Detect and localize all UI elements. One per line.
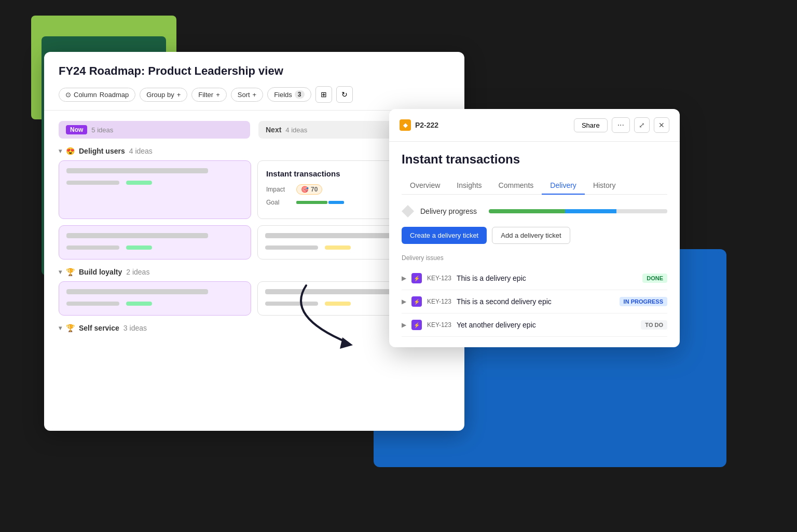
detail-tabs: Overview Insights Comments Delivery Hist… <box>402 177 667 195</box>
detail-content: Instant transactions Overview Insights C… <box>389 142 680 347</box>
detail-panel: ◆ P2-222 Share ··· ⤢ ✕ Instant transacti… <box>389 109 680 347</box>
group-count-self: 3 ideas <box>123 324 147 332</box>
tab-insights[interactable]: Insights <box>448 177 490 195</box>
detail-id-text: P2-222 <box>415 121 438 129</box>
group-emoji-self: 🏆 <box>66 324 75 332</box>
expand-button[interactable]: ⤢ <box>634 117 650 133</box>
action-buttons: Create a delivery ticket Add a delivery … <box>402 227 667 244</box>
card-line-short-r2 <box>265 245 318 250</box>
now-badge: Now <box>66 125 87 134</box>
column-icon: ⊙ <box>65 91 71 99</box>
loyalty-card-line-r <box>265 289 407 294</box>
next-count: 4 ideas <box>285 126 307 134</box>
delivery-issue-3[interactable]: ▶ ⚡ KEY-123 Yet another delivery epic TO… <box>402 313 667 337</box>
card-line <box>66 168 208 173</box>
issue-status-3: TO DO <box>641 320 667 330</box>
impact-label: Impact <box>266 186 292 193</box>
chevron-down-icon-loyalty: ▾ <box>59 268 62 276</box>
issue-chevron-3: ▶ <box>402 321 406 329</box>
loyalty-card-short <box>66 302 119 306</box>
detail-header-actions: Share ··· ⤢ ✕ <box>574 117 669 133</box>
loyalty-card-short-r <box>265 302 318 306</box>
card-line-2 <box>66 233 208 238</box>
card-line-short-2 <box>66 245 119 250</box>
chevron-down-icon-self: ▾ <box>59 324 62 332</box>
issue-status-1: DONE <box>642 274 667 283</box>
tab-delivery[interactable]: Delivery <box>542 177 585 195</box>
dp-bar-green <box>489 209 565 213</box>
issue-icon-1: ⚡ <box>411 273 422 283</box>
group-count-loyalty: 2 ideas <box>126 268 149 276</box>
delivery-issues-label: Delivery issues <box>402 254 667 262</box>
delivery-issue-2[interactable]: ▶ ⚡ KEY-123 This is a second delivery ep… <box>402 290 667 313</box>
loyalty-card-line <box>66 289 208 294</box>
now-count: 5 ideas <box>91 126 113 134</box>
idea-card-2[interactable] <box>59 225 251 260</box>
layout-icon: ⊞ <box>321 90 327 99</box>
group-label-delight: Delight users <box>79 147 125 155</box>
layout-icon-button[interactable]: ⊞ <box>315 86 332 103</box>
tab-history[interactable]: History <box>585 177 624 195</box>
delivery-progress-row: Delivery progress <box>402 205 667 217</box>
tab-overview[interactable]: Overview <box>402 177 448 195</box>
detail-id: ◆ P2-222 <box>400 119 438 131</box>
issue-title-1: This is a delivery epic <box>457 274 637 282</box>
share-button[interactable]: Share <box>574 118 608 132</box>
goal-label: Goal <box>266 199 292 206</box>
card-badges <box>66 178 243 187</box>
card-line-short <box>66 181 119 185</box>
roadmap-header: FY24 Roadmap: Product Leadership view ⊙ … <box>44 52 464 111</box>
detail-title: Instant transactions <box>402 152 667 167</box>
page-title: FY24 Roadmap: Product Leadership view <box>59 64 450 78</box>
column-button[interactable]: ⊙ Column Roadmap <box>59 88 135 102</box>
issue-icon-2: ⚡ <box>411 296 422 307</box>
chevron-down-icon: ▾ <box>59 147 62 155</box>
group-by-button[interactable]: Group by + <box>140 88 187 102</box>
loyalty-card-left[interactable] <box>59 281 251 316</box>
plus-icon-sort: + <box>253 91 257 99</box>
toolbar: ⊙ Column Roadmap Group by + Filter + Sor… <box>59 86 450 110</box>
idea-card[interactable] <box>59 160 251 219</box>
next-label: Next <box>266 126 281 134</box>
filter-button[interactable]: Filter + <box>191 88 226 102</box>
add-ticket-button[interactable]: Add a delivery ticket <box>492 227 570 244</box>
delivery-issue-1[interactable]: ▶ ⚡ KEY-123 This is a delivery epic DONE <box>402 267 667 290</box>
delivery-progress-bar <box>489 209 667 213</box>
issue-icon-3: ⚡ <box>411 320 422 330</box>
delivery-progress-label: Delivery progress <box>420 207 483 215</box>
plus-icon-filter: + <box>216 91 220 99</box>
tab-comments[interactable]: Comments <box>490 177 542 195</box>
group-emoji-loyalty: 🏆 <box>66 268 75 276</box>
issue-title-2: This is a second delivery epic <box>457 297 614 306</box>
column-header-now: Now 5 ideas <box>59 121 250 139</box>
goal-seg-blue <box>328 201 344 204</box>
group-emoji-delight: 😍 <box>66 147 75 155</box>
dp-bar-gray <box>616 209 667 213</box>
card-line-r2 <box>265 233 407 238</box>
issue-chevron-2: ▶ <box>402 298 406 305</box>
delivery-diamond-icon <box>402 205 414 217</box>
issue-chevron-1: ▶ <box>402 275 406 282</box>
plus-icon: + <box>177 91 181 99</box>
refresh-icon-button[interactable]: ↻ <box>336 86 353 103</box>
group-label-self: Self service <box>79 324 119 332</box>
group-label-loyalty: Build loyalty <box>79 268 122 276</box>
close-button[interactable]: ✕ <box>654 117 669 133</box>
issue-key-1: KEY-123 <box>427 275 451 282</box>
issue-key-2: KEY-123 <box>427 298 451 305</box>
loyalty-badge-green <box>126 302 152 306</box>
close-icon: ✕ <box>658 121 665 129</box>
detail-id-icon: ◆ <box>400 119 411 131</box>
card-badge-green <box>126 181 152 185</box>
goal-seg-green <box>296 201 327 204</box>
detail-header: ◆ P2-222 Share ··· ⤢ ✕ <box>389 109 680 142</box>
more-button[interactable]: ··· <box>612 117 630 133</box>
create-ticket-button[interactable]: Create a delivery ticket <box>402 227 487 244</box>
goal-bar <box>296 201 344 204</box>
refresh-icon: ↻ <box>341 90 348 99</box>
sort-button[interactable]: Sort + <box>231 88 263 102</box>
loyalty-card-badges <box>66 298 243 308</box>
fields-button[interactable]: Fields 3 <box>267 87 311 102</box>
card-badge-yellow-r2 <box>325 245 351 250</box>
loyalty-badge-yellow <box>325 302 351 306</box>
